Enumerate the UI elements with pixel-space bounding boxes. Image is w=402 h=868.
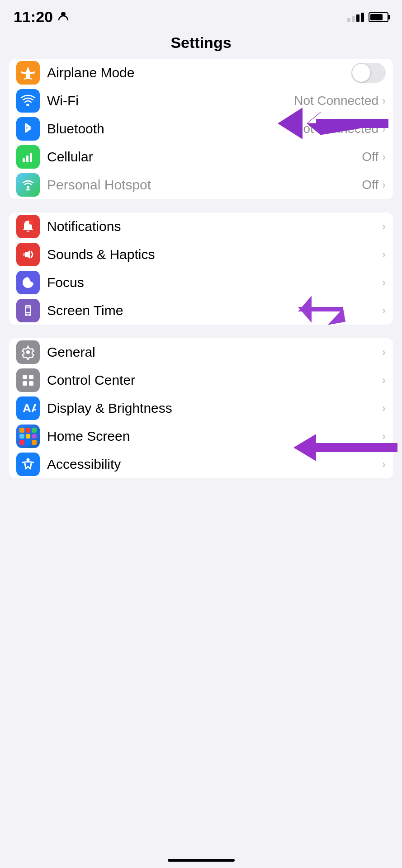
status-time: 11:20 bbox=[14, 8, 69, 26]
general-row[interactable]: General › bbox=[9, 338, 393, 366]
bluetooth-chevron: › bbox=[382, 123, 386, 135]
bluetooth-row[interactable]: Bluetooth Not Connected › bbox=[9, 115, 393, 143]
hotspot-chevron: › bbox=[382, 179, 386, 191]
homescreen-label: Home Screen bbox=[47, 429, 382, 444]
svg-point-5 bbox=[27, 186, 29, 189]
accessibility-icon bbox=[16, 453, 40, 476]
general-label: General bbox=[47, 344, 382, 360]
app-dot bbox=[26, 428, 31, 433]
signal-bars bbox=[347, 13, 364, 22]
display-group: General › Control Center › AA Display & … bbox=[9, 338, 393, 478]
sounds-icon bbox=[16, 243, 40, 266]
svg-rect-3 bbox=[26, 156, 28, 162]
notifications-row[interactable]: Notifications › bbox=[9, 212, 393, 241]
wifi-label: Wi-Fi bbox=[47, 93, 294, 108]
displaybrightness-label: Display & Brightness bbox=[47, 401, 382, 416]
hotspot-icon bbox=[16, 173, 40, 197]
svg-rect-25 bbox=[29, 381, 33, 386]
svg-point-10 bbox=[23, 253, 26, 256]
bluetooth-icon bbox=[16, 117, 40, 141]
displaybrightness-row[interactable]: AA Display & Brightness › bbox=[9, 394, 393, 422]
sounds-row[interactable]: Sounds & Haptics › bbox=[9, 241, 393, 269]
hotspot-row[interactable]: Personal Hotspot Off › bbox=[9, 171, 393, 199]
sounds-chevron: › bbox=[382, 248, 386, 261]
signal-bar-4 bbox=[361, 13, 364, 22]
svg-rect-2 bbox=[23, 158, 25, 162]
focus-row[interactable]: Focus › bbox=[9, 269, 393, 297]
status-bar: 11:20 bbox=[0, 0, 402, 30]
bluetooth-label: Bluetooth bbox=[47, 121, 294, 137]
person-icon bbox=[57, 8, 69, 26]
svg-point-8 bbox=[29, 220, 33, 225]
page-title: Settings bbox=[0, 30, 402, 59]
general-chevron: › bbox=[382, 346, 386, 359]
focus-label: Focus bbox=[47, 275, 382, 290]
battery-icon bbox=[369, 12, 388, 22]
app-dot bbox=[19, 428, 24, 433]
connectivity-group: Airplane Mode Wi-Fi Not Connected › Blue… bbox=[9, 59, 393, 199]
svg-text:AA: AA bbox=[23, 401, 36, 415]
svg-rect-13 bbox=[26, 308, 30, 312]
app-dot bbox=[32, 440, 37, 445]
page-title-text: Settings bbox=[170, 34, 231, 51]
homescreen-grid bbox=[19, 428, 37, 445]
homescreen-icon bbox=[16, 425, 40, 448]
battery-fill bbox=[370, 14, 383, 20]
screentime-row[interactable]: Screen Time › bbox=[9, 297, 393, 325]
controlcenter-row[interactable]: Control Center › bbox=[9, 366, 393, 394]
sounds-label: Sounds & Haptics bbox=[47, 247, 382, 262]
signal-bar-3 bbox=[356, 14, 359, 22]
cellular-chevron: › bbox=[382, 151, 386, 163]
svg-point-27 bbox=[27, 458, 30, 462]
app-dot bbox=[19, 434, 24, 439]
svg-rect-4 bbox=[30, 153, 32, 162]
app-dot bbox=[32, 434, 37, 439]
app-dot bbox=[19, 440, 24, 445]
focus-chevron: › bbox=[382, 276, 386, 289]
notifications-group: Notifications › Sounds & Haptics › Focus… bbox=[9, 212, 393, 325]
controlcenter-chevron: › bbox=[382, 374, 386, 387]
time-label: 11:20 bbox=[14, 8, 53, 26]
accessibility-label: Accessibility bbox=[47, 457, 382, 472]
airplane-mode-row[interactable]: Airplane Mode bbox=[9, 59, 393, 87]
wifi-chevron: › bbox=[382, 94, 386, 107]
cellular-row[interactable]: Cellular Off › bbox=[9, 143, 393, 171]
hotspot-label: Personal Hotspot bbox=[47, 177, 362, 193]
app-dot bbox=[26, 440, 31, 445]
displaybrightness-chevron: › bbox=[382, 402, 386, 415]
svg-point-21 bbox=[26, 350, 30, 354]
svg-rect-22 bbox=[23, 375, 27, 379]
app-dot bbox=[32, 428, 37, 433]
airplane-mode-toggle[interactable] bbox=[351, 63, 386, 83]
svg-point-15 bbox=[28, 315, 29, 316]
focus-icon bbox=[16, 271, 40, 294]
svg-rect-23 bbox=[29, 375, 33, 379]
app-dot bbox=[26, 434, 31, 439]
airplane-mode-icon bbox=[16, 61, 40, 85]
screentime-icon bbox=[16, 299, 40, 322]
notifications-icon bbox=[16, 215, 40, 238]
airplane-mode-label: Airplane Mode bbox=[47, 65, 348, 80]
screentime-chevron: › bbox=[382, 304, 386, 317]
cellular-label: Cellular bbox=[47, 149, 362, 165]
accessibility-row[interactable]: Accessibility › bbox=[9, 450, 393, 478]
controlcenter-label: Control Center bbox=[47, 373, 382, 388]
wifi-value: Not Connected bbox=[294, 94, 378, 108]
home-indicator bbox=[168, 859, 235, 862]
wifi-icon bbox=[16, 89, 40, 113]
bluetooth-value: Not Connected bbox=[294, 122, 378, 136]
signal-bar-1 bbox=[347, 18, 350, 22]
signal-bar-2 bbox=[352, 16, 355, 22]
notifications-chevron: › bbox=[382, 220, 386, 233]
displaybrightness-icon: AA bbox=[16, 396, 40, 420]
accessibility-chevron: › bbox=[382, 458, 386, 471]
cellular-icon bbox=[16, 145, 40, 169]
homescreen-row[interactable]: Home Screen › bbox=[9, 422, 393, 450]
svg-point-1 bbox=[27, 104, 29, 106]
svg-rect-24 bbox=[23, 381, 27, 386]
svg-rect-12 bbox=[26, 307, 30, 307]
wifi-row[interactable]: Wi-Fi Not Connected › bbox=[9, 87, 393, 115]
general-icon bbox=[16, 340, 40, 364]
toggle-knob bbox=[352, 64, 370, 82]
hotspot-value: Off bbox=[362, 178, 378, 192]
